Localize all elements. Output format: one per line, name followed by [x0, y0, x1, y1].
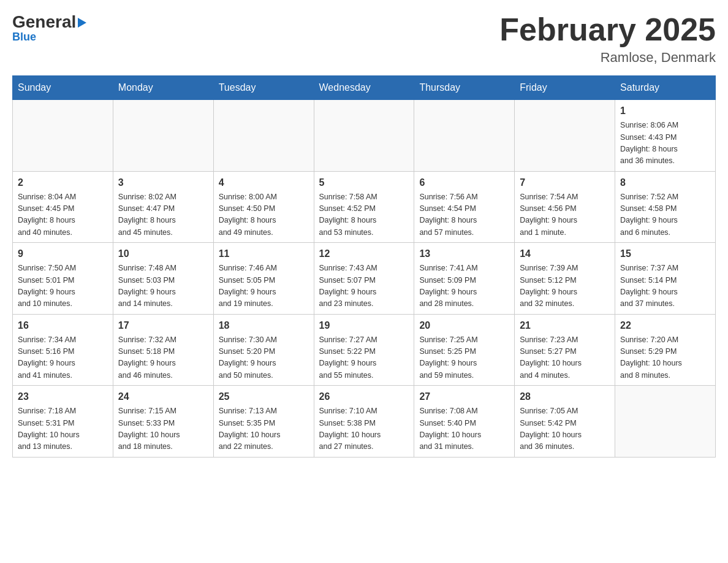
day-info: Sunrise: 7:52 AMSunset: 4:58 PMDaylight:… — [620, 191, 710, 239]
calendar-day-cell: 3Sunrise: 8:02 AMSunset: 4:47 PMDaylight… — [113, 171, 213, 243]
logo-triangle-icon — [78, 18, 86, 28]
day-info: Sunrise: 7:56 AMSunset: 4:54 PMDaylight:… — [419, 191, 509, 239]
logo-blue-text: Blue — [12, 31, 36, 44]
header-thursday: Thursday — [414, 76, 515, 100]
calendar-day-cell: 8Sunrise: 7:52 AMSunset: 4:58 PMDaylight… — [615, 171, 716, 243]
day-number: 23 — [18, 389, 108, 404]
calendar-week-row: 1Sunrise: 8:06 AMSunset: 4:43 PMDaylight… — [13, 100, 716, 172]
day-number: 17 — [118, 318, 208, 333]
day-number: 12 — [319, 247, 409, 261]
logo-general-text: General — [12, 12, 76, 32]
day-number: 4 — [219, 175, 309, 190]
day-info: Sunrise: 8:00 AMSunset: 4:50 PMDaylight:… — [219, 191, 309, 239]
day-number: 7 — [520, 175, 610, 190]
calendar-day-cell: 23Sunrise: 7:18 AMSunset: 5:31 PMDayligh… — [13, 386, 113, 458]
day-number: 18 — [219, 318, 309, 333]
calendar-day-cell: 10Sunrise: 7:48 AMSunset: 5:03 PMDayligh… — [113, 243, 213, 315]
day-number: 9 — [18, 247, 108, 261]
day-info: Sunrise: 7:23 AMSunset: 5:27 PMDaylight:… — [520, 334, 610, 382]
calendar-week-row: 9Sunrise: 7:50 AMSunset: 5:01 PMDaylight… — [13, 243, 716, 315]
calendar-day-cell: 16Sunrise: 7:34 AMSunset: 5:16 PMDayligh… — [13, 314, 113, 386]
calendar-week-row: 23Sunrise: 7:18 AMSunset: 5:31 PMDayligh… — [13, 386, 716, 458]
calendar-day-cell — [414, 100, 515, 172]
day-info: Sunrise: 7:13 AMSunset: 5:35 PMDaylight:… — [219, 405, 309, 453]
calendar-day-cell — [314, 100, 414, 172]
header-friday: Friday — [515, 76, 615, 100]
calendar-table: Sunday Monday Tuesday Wednesday Thursday… — [12, 75, 716, 458]
day-info: Sunrise: 7:20 AMSunset: 5:29 PMDaylight:… — [620, 334, 710, 382]
day-info: Sunrise: 7:27 AMSunset: 5:22 PMDaylight:… — [319, 334, 409, 382]
day-info: Sunrise: 8:04 AMSunset: 4:45 PMDaylight:… — [18, 191, 108, 239]
day-number: 8 — [620, 175, 710, 190]
calendar-day-cell: 21Sunrise: 7:23 AMSunset: 5:27 PMDayligh… — [515, 314, 615, 386]
day-info: Sunrise: 7:08 AMSunset: 5:40 PMDaylight:… — [419, 405, 509, 453]
calendar-day-cell — [615, 386, 716, 458]
calendar-day-cell: 18Sunrise: 7:30 AMSunset: 5:20 PMDayligh… — [213, 314, 314, 386]
calendar-day-cell: 22Sunrise: 7:20 AMSunset: 5:29 PMDayligh… — [615, 314, 716, 386]
page-header: General Blue February 2025 Ramlose, Denm… — [12, 12, 716, 66]
calendar-day-cell: 28Sunrise: 7:05 AMSunset: 5:42 PMDayligh… — [515, 386, 615, 458]
calendar-day-cell: 4Sunrise: 8:00 AMSunset: 4:50 PMDaylight… — [213, 171, 314, 243]
calendar-day-cell: 5Sunrise: 7:58 AMSunset: 4:52 PMDaylight… — [314, 171, 414, 243]
day-info: Sunrise: 7:10 AMSunset: 5:38 PMDaylight:… — [319, 405, 409, 453]
day-number: 13 — [419, 247, 509, 261]
day-info: Sunrise: 7:34 AMSunset: 5:16 PMDaylight:… — [18, 334, 108, 382]
calendar-day-cell: 26Sunrise: 7:10 AMSunset: 5:38 PMDayligh… — [314, 386, 414, 458]
calendar-day-cell: 9Sunrise: 7:50 AMSunset: 5:01 PMDaylight… — [13, 243, 113, 315]
calendar-week-row: 2Sunrise: 8:04 AMSunset: 4:45 PMDaylight… — [13, 171, 716, 243]
day-number: 20 — [419, 318, 509, 333]
title-block: February 2025 Ramlose, Denmark — [499, 12, 716, 66]
day-info: Sunrise: 7:05 AMSunset: 5:42 PMDaylight:… — [520, 405, 610, 453]
calendar-day-cell: 27Sunrise: 7:08 AMSunset: 5:40 PMDayligh… — [414, 386, 515, 458]
calendar-day-cell — [13, 100, 113, 172]
day-number: 24 — [118, 389, 208, 404]
calendar-day-cell: 6Sunrise: 7:56 AMSunset: 4:54 PMDaylight… — [414, 171, 515, 243]
calendar-day-cell — [113, 100, 213, 172]
day-number: 21 — [520, 318, 610, 333]
day-number: 2 — [18, 175, 108, 190]
weekday-header-row: Sunday Monday Tuesday Wednesday Thursday… — [13, 76, 716, 100]
calendar-day-cell: 12Sunrise: 7:43 AMSunset: 5:07 PMDayligh… — [314, 243, 414, 315]
day-number: 28 — [520, 389, 610, 404]
day-info: Sunrise: 8:06 AMSunset: 4:43 PMDaylight:… — [620, 120, 710, 167]
day-info: Sunrise: 7:25 AMSunset: 5:25 PMDaylight:… — [419, 334, 509, 382]
calendar-day-cell: 25Sunrise: 7:13 AMSunset: 5:35 PMDayligh… — [213, 386, 314, 458]
calendar-day-cell: 7Sunrise: 7:54 AMSunset: 4:56 PMDaylight… — [515, 171, 615, 243]
calendar-day-cell: 14Sunrise: 7:39 AMSunset: 5:12 PMDayligh… — [515, 243, 615, 315]
logo: General Blue — [12, 12, 86, 44]
day-number: 3 — [118, 175, 208, 190]
day-number: 14 — [520, 247, 610, 261]
day-info: Sunrise: 7:46 AMSunset: 5:05 PMDaylight:… — [219, 262, 309, 310]
day-number: 6 — [419, 175, 509, 190]
day-number: 16 — [18, 318, 108, 333]
header-tuesday: Tuesday — [213, 76, 314, 100]
day-number: 19 — [319, 318, 409, 333]
day-info: Sunrise: 7:39 AMSunset: 5:12 PMDaylight:… — [520, 262, 610, 310]
day-info: Sunrise: 7:15 AMSunset: 5:33 PMDaylight:… — [118, 405, 208, 453]
calendar-day-cell — [515, 100, 615, 172]
calendar-week-row: 16Sunrise: 7:34 AMSunset: 5:16 PMDayligh… — [13, 314, 716, 386]
header-sunday: Sunday — [13, 76, 113, 100]
calendar-subtitle: Ramlose, Denmark — [499, 50, 716, 66]
day-number: 5 — [319, 175, 409, 190]
calendar-day-cell: 19Sunrise: 7:27 AMSunset: 5:22 PMDayligh… — [314, 314, 414, 386]
calendar-day-cell: 11Sunrise: 7:46 AMSunset: 5:05 PMDayligh… — [213, 243, 314, 315]
day-number: 11 — [219, 247, 309, 261]
day-info: Sunrise: 7:32 AMSunset: 5:18 PMDaylight:… — [118, 334, 208, 382]
day-info: Sunrise: 7:54 AMSunset: 4:56 PMDaylight:… — [520, 191, 610, 239]
day-number: 22 — [620, 318, 710, 333]
calendar-day-cell: 2Sunrise: 8:04 AMSunset: 4:45 PMDaylight… — [13, 171, 113, 243]
calendar-day-cell: 24Sunrise: 7:15 AMSunset: 5:33 PMDayligh… — [113, 386, 213, 458]
day-info: Sunrise: 7:37 AMSunset: 5:14 PMDaylight:… — [620, 262, 710, 310]
day-number: 10 — [118, 247, 208, 261]
day-info: Sunrise: 7:18 AMSunset: 5:31 PMDaylight:… — [18, 405, 108, 453]
day-info: Sunrise: 7:30 AMSunset: 5:20 PMDaylight:… — [219, 334, 309, 382]
header-saturday: Saturday — [615, 76, 716, 100]
header-monday: Monday — [113, 76, 213, 100]
calendar-day-cell: 15Sunrise: 7:37 AMSunset: 5:14 PMDayligh… — [615, 243, 716, 315]
day-number: 1 — [620, 104, 710, 118]
day-number: 25 — [219, 389, 309, 404]
calendar-day-cell: 20Sunrise: 7:25 AMSunset: 5:25 PMDayligh… — [414, 314, 515, 386]
day-number: 26 — [319, 389, 409, 404]
day-info: Sunrise: 7:50 AMSunset: 5:01 PMDaylight:… — [18, 262, 108, 310]
